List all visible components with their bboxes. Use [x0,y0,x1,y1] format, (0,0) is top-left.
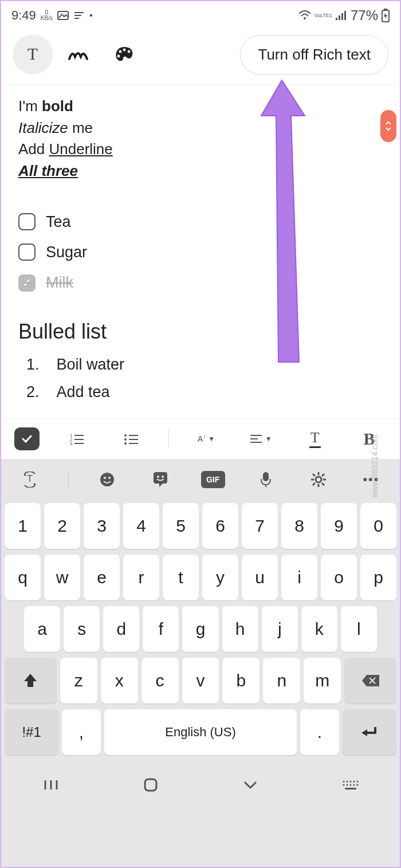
key-j[interactable]: j [262,606,298,652]
key-w[interactable]: w [44,555,80,600]
bullet-list-button[interactable] [114,426,148,451]
checklist-toggle-button[interactable] [14,427,40,450]
kb-emoji-icon[interactable] [93,465,121,494]
kb-voice-icon[interactable] [251,465,280,494]
scroll-handle[interactable] [380,110,396,142]
svg-rect-6 [339,15,340,20]
note-editor[interactable]: I'm bold Italicize me Add Underline All … [1,85,400,418]
key-0[interactable]: 0 [360,503,396,549]
space-key[interactable]: English (US) [104,709,297,755]
battery-percent: 77% [351,7,378,23]
volte-label: VoLTE1 [314,13,332,18]
svg-marker-51 [24,674,37,687]
key-m[interactable]: m [304,658,341,704]
numbered-list-button[interactable]: 123 [60,426,94,451]
checkbox-unchecked-icon[interactable] [18,213,36,230]
network-speed-icon: 0KB/s [41,10,53,21]
status-time: 9:49 [11,8,36,23]
svg-rect-58 [145,779,156,791]
kb-settings-icon[interactable] [304,465,333,494]
key-b[interactable]: b [222,658,260,704]
kb-gif-button[interactable]: GIF [199,465,227,494]
key-n[interactable]: n [263,658,300,704]
key-k[interactable]: k [301,606,337,652]
rich-text-toggle-button[interactable]: Turn off Rich text [240,35,388,74]
kb-text-transform-icon[interactable]: T [15,465,44,494]
svg-point-67 [353,784,355,785]
svg-point-59 [343,780,345,782]
key-9[interactable]: 9 [321,503,357,549]
key-2[interactable]: 2 [44,503,80,549]
key-3[interactable]: 3 [84,503,120,549]
svg-point-68 [357,784,359,785]
menu-lines-icon [73,11,85,19]
key-x[interactable]: x [101,658,138,704]
key-o[interactable]: o [321,555,357,600]
navigation-bar [1,767,400,803]
svg-line-48 [322,483,324,485]
key-z[interactable]: z [60,658,97,704]
nav-recents-button[interactable] [22,779,80,791]
text-tool-button[interactable]: T [13,34,53,74]
wifi-icon [298,10,311,21]
key-g[interactable]: g [182,606,218,652]
key-i[interactable]: i [281,555,317,600]
key-t[interactable]: t [163,555,199,600]
key-y[interactable]: y [202,555,238,600]
svg-point-15 [128,50,131,53]
key-a[interactable]: a [24,606,60,652]
nav-keyboard-switch-button[interactable] [321,779,379,791]
key-4[interactable]: 4 [123,503,159,549]
key-v[interactable]: v [182,658,219,704]
nav-back-button[interactable] [222,780,279,790]
key-d[interactable]: d [103,606,139,652]
key-e[interactable]: e [84,555,120,600]
svg-point-61 [350,780,352,782]
key-s[interactable]: s [64,606,100,652]
palette-tool-button[interactable] [104,34,144,74]
nav-home-button[interactable] [122,777,179,792]
key-5[interactable]: 5 [163,503,199,549]
text-color-button[interactable]: T [298,426,332,451]
checkbox-checked-icon[interactable]: ✓ [18,274,36,292]
key-q[interactable]: q [5,555,41,600]
comma-key[interactable]: , [62,709,100,755]
checklist-item[interactable]: Tea [18,211,383,233]
key-f[interactable]: f [143,606,179,652]
text-line: All three [18,160,383,182]
align-button[interactable]: ▼ [243,426,278,451]
checklist-item[interactable]: ✓ Milk [18,272,383,294]
key-6[interactable]: 6 [202,503,238,549]
key-c[interactable]: c [141,658,179,704]
key-r[interactable]: r [123,555,159,600]
svg-point-14 [123,49,126,52]
draw-tool-button[interactable] [58,34,99,74]
enter-key[interactable] [343,709,396,755]
key-l[interactable]: l [341,606,377,652]
editor-toolbar: T Turn off Rich text [1,29,400,85]
svg-text:T: T [27,474,33,484]
symbols-key[interactable]: !#1 [5,709,58,755]
key-p[interactable]: p [360,555,396,600]
list-item: 2. Add tea [26,381,383,403]
backspace-key[interactable] [344,658,396,704]
checklist-label: Sugar [46,241,87,264]
svg-point-42 [316,477,321,482]
svg-point-63 [357,780,359,782]
watermark: www.989214.com [370,434,379,498]
key-8[interactable]: 8 [281,503,317,549]
shift-key[interactable] [5,658,57,704]
kb-sticker-icon[interactable] [146,465,174,494]
period-key[interactable]: . [300,709,339,755]
key-7[interactable]: 7 [242,503,278,549]
svg-point-4 [304,17,306,19]
checklist-label: Milk [46,272,73,294]
text-line: Italicize me [18,117,383,139]
font-size-button[interactable]: A↕▼ [189,426,223,451]
key-1[interactable]: 1 [5,503,41,549]
svg-text:T: T [27,45,38,63]
key-u[interactable]: u [242,555,278,600]
checklist-item[interactable]: Sugar [18,241,383,264]
key-h[interactable]: h [222,606,258,652]
checkbox-unchecked-icon[interactable] [18,243,36,261]
